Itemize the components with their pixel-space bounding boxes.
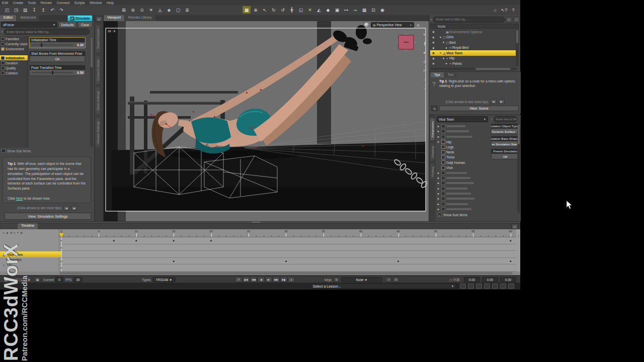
aim-icon[interactable]: ⊙ (422, 68, 428, 74)
orbit-icon[interactable]: ↻ (422, 32, 428, 38)
keyframe-marker[interactable]: ▲ (172, 239, 175, 242)
expander-icon[interactable]: ▼ (439, 51, 442, 54)
dolly-icon[interactable]: ⊕ (422, 50, 428, 56)
expander-icon[interactable]: ► (437, 187, 440, 190)
visibility-eye-icon[interactable]: ◉ (431, 51, 436, 54)
menu-create[interactable]: Create (13, 1, 23, 5)
menu-help[interactable]: Help (107, 1, 114, 5)
visibility-eye-icon[interactable]: ◉ (431, 36, 436, 39)
new-spotlight-icon[interactable]: ⊚ (129, 6, 137, 14)
expander-icon[interactable]: ► (437, 208, 440, 211)
view-scene-button[interactable]: View: Scene (439, 106, 519, 111)
prev-key-button[interactable]: ◀◀ (250, 277, 257, 283)
track-list-row-vice-teen[interactable]: △Vice Teen (0, 251, 61, 257)
tip-here-link[interactable]: here (16, 197, 23, 200)
keyframe-marker[interactable]: ▲ (135, 239, 138, 242)
visibility-eye-icon[interactable]: ◉ (431, 57, 436, 60)
store-icon[interactable]: ⌂ (491, 6, 499, 14)
dock-tab-draw-settings[interactable]: Draw Settings (96, 87, 100, 114)
sim-filter-input[interactable]: Enter text or value to filter by... (4, 29, 90, 35)
timeline-playhead[interactable] (59, 233, 64, 237)
node-checkbox-icon[interactable] (441, 145, 445, 149)
twist-tool-icon[interactable]: ↺ (279, 6, 287, 14)
sim-base-shape-dropdown[interactable]: Use Simulation Start▼ (491, 141, 519, 147)
scene-column-header[interactable]: Node (430, 24, 519, 29)
collapse-all-button[interactable]: − (513, 17, 520, 23)
new-distant-light-icon[interactable]: ☀ (147, 6, 155, 14)
prev-tip-button[interactable]: ◀ (63, 206, 69, 211)
sim-group-item-duration[interactable]: Duration (0, 60, 28, 65)
param-node-row[interactable]: ► (437, 180, 489, 186)
tab-render-library[interactable]: Render Library (125, 15, 155, 21)
scene-scrollbar[interactable] (516, 29, 519, 66)
product-icon[interactable] (441, 192, 445, 196)
timeline-secondary-tab[interactable] (1, 223, 17, 229)
show-sub-items-checkbox[interactable] (2, 149, 6, 153)
param-node-row[interactable]: ► (437, 191, 489, 196)
clear-button[interactable]: Clear (77, 22, 93, 28)
param-node-row[interactable]: ► (437, 201, 489, 206)
node-checkbox-icon[interactable] (441, 140, 445, 144)
home-icon[interactable]: ⌂ (422, 77, 428, 83)
panel-menu-icon[interactable]: ▤ (96, 16, 103, 22)
scene-navigator-icon[interactable]: ▩ (243, 6, 251, 14)
scene-tree-row[interactable]: ◉▤Environment Options (430, 29, 517, 35)
scale-tool-icon[interactable]: ◱ (297, 6, 305, 14)
tab-tool[interactable]: Tool (444, 72, 457, 77)
delete-key-button[interactable]: ⚿ (393, 277, 399, 282)
new-null-icon[interactable]: ◈ (165, 6, 173, 14)
side-tab-posing[interactable]: Posing (430, 164, 435, 179)
product-icon[interactable] (441, 187, 445, 191)
timeline-track[interactable]: ▲▲▲▲▲▲ (59, 237, 516, 244)
open-recent-icon[interactable]: ◳ (12, 6, 20, 14)
tab-editor[interactable]: Editor (0, 15, 16, 21)
param-node-row[interactable]: ► (437, 134, 489, 139)
scene-tree-row[interactable]: ◉▼▢Girls (430, 35, 517, 40)
new-primitive-icon[interactable]: ◬ (156, 6, 164, 14)
timeline-menu-icon[interactable]: ▤ (511, 224, 518, 229)
freeze-simulation-toggle[interactable]: Off (491, 153, 519, 159)
render-camera-icon[interactable]: ◉ (378, 6, 386, 14)
view-simulation-settings-button[interactable]: View: Simulation Settings (5, 213, 91, 220)
expander-icon[interactable]: ▼ (439, 36, 442, 39)
next-tip-button[interactable]: ▶ (499, 99, 505, 104)
track-list-row-properties[interactable]: Properties (0, 258, 65, 261)
expander-icon[interactable]: ► (437, 135, 440, 138)
timeline-ruler[interactable]: 051015202530354045505560 (59, 229, 516, 237)
scene-hscrollbar[interactable] (430, 67, 517, 70)
scene-tree-row[interactable]: ◉▼+Hip (430, 56, 517, 61)
side-tab-parameters[interactable]: Parameters (430, 118, 435, 140)
add-key-button[interactable]: ＋ (385, 277, 391, 282)
loop-button[interactable]: ↺ (235, 277, 242, 283)
keyframe-marker[interactable]: ▲ (172, 259, 175, 262)
expander-icon[interactable]: ► (437, 192, 440, 195)
param-node-row[interactable]: ► (437, 124, 489, 129)
frame-icon[interactable]: ◎ (422, 59, 428, 65)
pan-icon[interactable]: ╋ (422, 41, 428, 47)
sim-object-type-dropdown[interactable]: Dynamic Surface▼ (491, 128, 519, 134)
next-tip-button[interactable]: ▶ (71, 206, 77, 211)
measure-tool-icon[interactable]: ▦ (360, 6, 368, 14)
param-node-row[interactable]: ► (437, 196, 489, 201)
scene-tree-row[interactable]: ◉►▭Royal Bed (430, 45, 517, 51)
range-button[interactable]: ▤ Range (3, 277, 25, 282)
frame-tool-icon[interactable]: ⊡ (369, 6, 377, 14)
expander-icon[interactable]: ▼ (442, 57, 445, 60)
param-node-row[interactable]: ► (437, 186, 489, 191)
keys-node-dropdown[interactable]: Node ▼ (341, 277, 382, 282)
figure-tool-icon[interactable]: ◭ (315, 6, 323, 14)
tab-timeline[interactable]: Timeline (18, 223, 38, 229)
active-pose-tool-icon[interactable]: ✕ (306, 6, 314, 14)
dock-tab-smart-content[interactable]: Smart Content (96, 25, 100, 52)
expander-icon[interactable]: ► (445, 62, 448, 65)
reset-view-icon[interactable]: ↑ (422, 86, 428, 92)
dock-tab-render-settings[interactable]: Render Settings (96, 118, 100, 147)
expander-icon[interactable]: ► (437, 182, 440, 185)
current-frame-value[interactable]: 0 (55, 277, 63, 282)
lesson-toolbar-button-4[interactable] (492, 284, 498, 289)
sim-group-item-quality[interactable]: Quality (0, 65, 28, 70)
side-tab-shaping[interactable]: Shaping (430, 143, 435, 161)
tcb-value-1[interactable]: 0.00 (482, 277, 498, 282)
whats-this-icon[interactable]: ↖? (500, 6, 508, 14)
param-node-row[interactable]: ► (437, 170, 489, 175)
